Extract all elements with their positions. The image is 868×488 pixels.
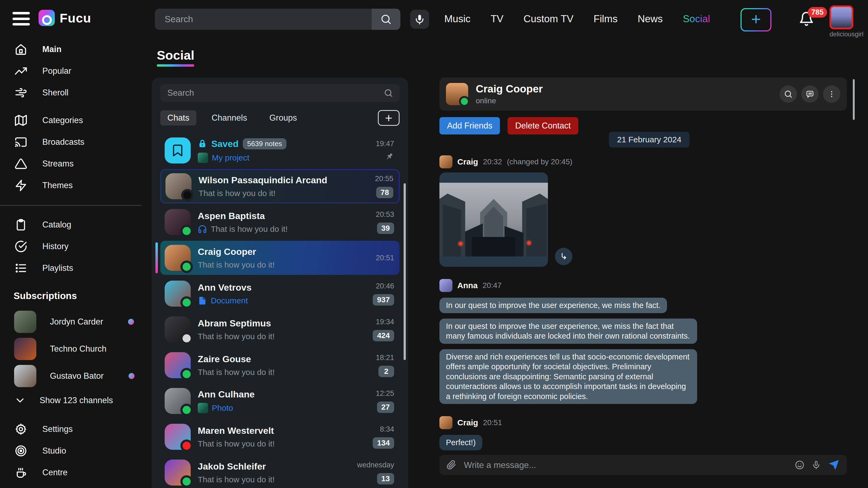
message-time: 20:47 bbox=[483, 281, 501, 290]
chat-row-saved[interactable]: Saved5639 notesMy project19:47 bbox=[160, 133, 400, 167]
chat-search-input[interactable] bbox=[167, 88, 384, 98]
chat-name: Craig Cooper bbox=[198, 247, 372, 257]
chat-preview: Document bbox=[198, 296, 369, 305]
nav-item-tv[interactable]: TV bbox=[491, 13, 503, 25]
message-input[interactable] bbox=[463, 460, 788, 470]
sidebar-item-catalog[interactable]: Catalog bbox=[0, 214, 149, 236]
sidebar-item-centre[interactable]: Centre bbox=[0, 462, 149, 483]
notifications-button[interactable]: 785 bbox=[799, 11, 816, 28]
global-search-input[interactable] bbox=[155, 14, 372, 24]
chat-time: 12:25 bbox=[376, 389, 394, 398]
sidebar-item-categories[interactable]: Categories bbox=[0, 109, 149, 131]
sidebar-item-label: Main bbox=[42, 44, 62, 54]
nav-item-custom-tv[interactable]: Custom TV bbox=[524, 13, 574, 25]
new-chat-button[interactable]: + bbox=[378, 110, 400, 126]
image-message[interactable] bbox=[439, 172, 548, 267]
mic-icon[interactable] bbox=[812, 460, 821, 469]
chat-row-wilson-passaquindici-arcand[interactable]: Wilson Passaquindici ArcandThat is how y… bbox=[160, 169, 400, 203]
sidebar-item-label: Studio bbox=[42, 446, 66, 456]
message-bubble[interactable]: In our quest to improve the user experie… bbox=[439, 319, 697, 344]
nav-item-films[interactable]: Films bbox=[593, 13, 617, 25]
chat-search-button[interactable] bbox=[780, 86, 797, 103]
message-group: Anna20:47In our quest to improve the use… bbox=[439, 279, 847, 404]
chat-time: 8:34 bbox=[380, 425, 394, 433]
map-icon bbox=[14, 114, 27, 127]
chat-row-ann-culhane[interactable]: Ann CulhanePhoto12:2527 bbox=[160, 384, 400, 418]
status-dot bbox=[180, 332, 193, 345]
chat-name: Maren Westervelt bbox=[198, 425, 369, 436]
subscriptions-header: Subscriptions bbox=[0, 290, 149, 301]
sidebar: MainPopularSheroll CategoriesBroadcastsS… bbox=[0, 38, 149, 483]
page-scrollbar[interactable] bbox=[853, 79, 855, 120]
sidebar-item-history[interactable]: History bbox=[0, 236, 149, 257]
project-thumbnail-icon bbox=[198, 153, 208, 163]
app-logo[interactable]: Fucu bbox=[38, 10, 91, 26]
chat-voice-messages-button[interactable] bbox=[801, 86, 818, 103]
tab-chats[interactable]: Chats bbox=[160, 110, 196, 126]
show-channels-button[interactable]: Show 123 channels bbox=[0, 390, 149, 411]
message-author: Anna bbox=[457, 281, 478, 290]
unread-badge: 78 bbox=[376, 187, 393, 198]
message-author: Craig bbox=[457, 418, 478, 427]
send-icon[interactable] bbox=[828, 459, 840, 471]
notification-badge: 785 bbox=[808, 7, 827, 18]
trending-icon bbox=[14, 65, 27, 77]
sidebar-item-streams[interactable]: Streams bbox=[0, 153, 149, 174]
chat-row-abram-septimus[interactable]: Abram SeptimusThat is how you do it!19:3… bbox=[160, 312, 400, 347]
message-group: Craig20:51Perfect!) bbox=[439, 416, 847, 450]
sidebar-item-main[interactable]: Main bbox=[0, 38, 149, 60]
chat-row-zaire-gouse[interactable]: Zaire GouseThat is how you do it!18:212 bbox=[160, 348, 400, 382]
chat-more-button[interactable] bbox=[823, 86, 840, 103]
subscription-jordyn-carder[interactable]: Jordyn Carder bbox=[0, 308, 149, 335]
nav-item-social[interactable]: Social bbox=[683, 13, 710, 25]
pin-icon bbox=[384, 152, 394, 162]
sidebar-item-settings[interactable]: Settings bbox=[0, 418, 149, 440]
sidebar-item-themes[interactable]: Themes bbox=[0, 174, 149, 196]
sidebar-item-studio[interactable]: Studio bbox=[0, 440, 149, 462]
chat-preview: That is how you do it! bbox=[198, 368, 372, 377]
message-bubble[interactable]: In our quest to improve the user experie… bbox=[439, 298, 667, 313]
chat-list-scrollbar[interactable] bbox=[404, 183, 406, 360]
chat-row-craig-cooper[interactable]: Craig CooperThat is how you do it!20:51 bbox=[160, 241, 400, 275]
chat-row-maren-westervelt[interactable]: Maren WesterveltThat is how you do it!8:… bbox=[160, 420, 400, 454]
chat-preview: That is how you do it! bbox=[198, 189, 372, 198]
search-button[interactable] bbox=[372, 9, 400, 30]
message-bubble[interactable]: Perfect!) bbox=[439, 435, 482, 450]
paperclip-icon[interactable] bbox=[446, 460, 456, 470]
logo-text: Fucu bbox=[60, 10, 91, 26]
chat-search bbox=[160, 84, 400, 102]
create-button[interactable]: + bbox=[741, 8, 771, 31]
chat-preview: Photo bbox=[198, 403, 372, 413]
nav-item-news[interactable]: News bbox=[638, 13, 663, 25]
chat-name: Jakob Schleifer bbox=[198, 461, 354, 472]
add-friends-button[interactable]: Add Friends bbox=[439, 117, 500, 134]
chat-row-jakob-schleifer[interactable]: Jakob SchleiferThat is how you do it!wed… bbox=[160, 455, 400, 488]
subscription-techno-church[interactable]: Techno Church bbox=[0, 335, 149, 362]
voice-search-button[interactable] bbox=[410, 10, 429, 29]
sidebar-item-sheroll[interactable]: Sheroll bbox=[0, 82, 149, 104]
hamburger-menu-icon[interactable] bbox=[12, 12, 30, 26]
tab-channels[interactable]: Channels bbox=[205, 110, 254, 126]
chat-row-ann-vetrovs[interactable]: Ann VetrovsDocument20:46937 bbox=[160, 276, 400, 311]
profile-button[interactable]: deliciousgirl bbox=[830, 5, 853, 38]
chat-row-aspen-baptista[interactable]: Aspen BaptistaThat is how you do it!20:5… bbox=[160, 205, 400, 239]
avatar bbox=[165, 352, 191, 378]
sidebar-item-playlists[interactable]: Playlists bbox=[0, 257, 149, 279]
photo-thumbnail-icon bbox=[198, 403, 208, 413]
subscription-gustavo-bator[interactable]: Gustavo Bator bbox=[0, 362, 149, 390]
emoji-icon[interactable] bbox=[795, 460, 805, 470]
contact-name: Craig Cooper bbox=[476, 83, 543, 95]
sidebar-item-label: Themes bbox=[42, 181, 73, 190]
avatar bbox=[14, 338, 36, 360]
delete-contact-button[interactable]: Delete Contact bbox=[507, 117, 578, 134]
reply-button[interactable] bbox=[555, 248, 572, 265]
nav-item-music[interactable]: Music bbox=[444, 13, 471, 25]
document-icon bbox=[198, 296, 207, 305]
sidebar-item-label: Centre bbox=[42, 468, 67, 478]
unread-badge: 13 bbox=[377, 473, 394, 485]
message-bubble-icon bbox=[805, 90, 814, 99]
sidebar-item-popular[interactable]: Popular bbox=[0, 60, 149, 82]
message-bubble[interactable]: Diverse and rich experiences tell us tha… bbox=[439, 349, 697, 404]
sidebar-item-broadcasts[interactable]: Broadcasts bbox=[0, 131, 149, 153]
tab-groups[interactable]: Groups bbox=[262, 110, 304, 126]
